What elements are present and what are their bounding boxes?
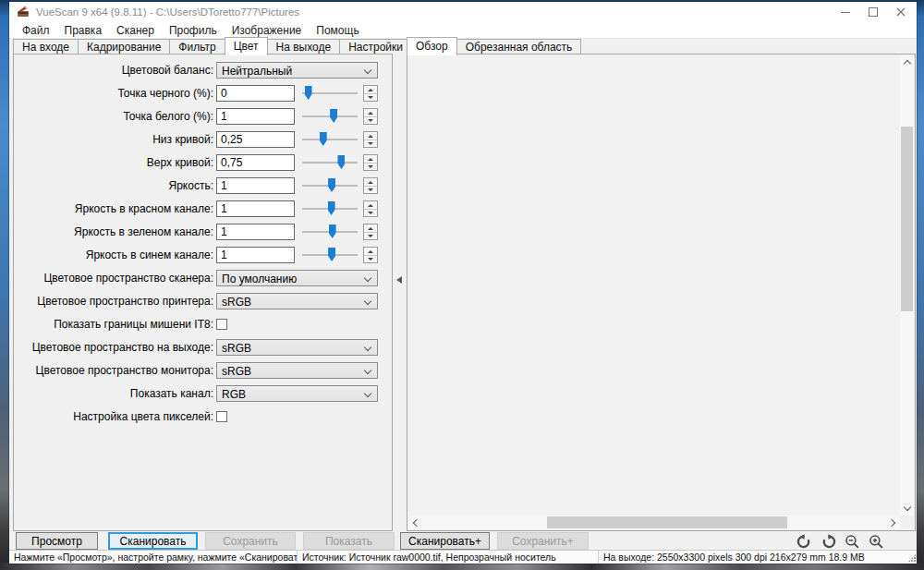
value-input[interactable] <box>216 177 295 194</box>
chevron-down-icon <box>364 274 371 282</box>
slider-thumb[interactable] <box>330 109 337 123</box>
menu-item[interactable]: Помощь <box>309 24 366 37</box>
form-row: Цветовое пространство монитора:sRGB <box>14 362 392 381</box>
splitter-collapse-arrow[interactable] <box>396 276 402 284</box>
preview-button[interactable]: Просмотр <box>16 532 98 550</box>
slider[interactable] <box>302 154 358 171</box>
spinner-down-button[interactable] <box>364 93 377 101</box>
spinner-down-button[interactable] <box>364 139 377 147</box>
app-window: VueScan 9 x64 (9.8.11) - C:\Users\DToret… <box>9 2 917 564</box>
slider[interactable] <box>302 224 358 240</box>
dropdown[interactable]: Нейтральный <box>216 62 378 79</box>
spinner[interactable] <box>363 247 378 263</box>
slider[interactable] <box>302 200 358 217</box>
field-control <box>216 177 378 194</box>
checkbox[interactable] <box>216 411 227 422</box>
dropdown[interactable]: sRGB <box>216 362 378 379</box>
maximize-icon <box>869 7 878 17</box>
horizontal-scroll-thumb[interactable] <box>547 516 787 528</box>
field-control <box>216 408 378 425</box>
spinner-down-button[interactable] <box>364 232 377 239</box>
value-input[interactable] <box>216 200 295 217</box>
scroll-left-button[interactable] <box>408 515 422 529</box>
value-input[interactable] <box>216 224 295 240</box>
zoom-in-button[interactable] <box>867 532 885 551</box>
menu-item[interactable]: Правка <box>57 24 110 37</box>
dropdown[interactable]: sRGB <box>216 339 378 356</box>
value-input[interactable] <box>216 85 295 102</box>
slider-thumb[interactable] <box>328 201 335 215</box>
save-button: Сохранить <box>205 532 296 550</box>
vertical-scrollbar[interactable] <box>900 55 914 515</box>
minimize-button[interactable] <box>832 2 859 22</box>
field-control: По умолчанию <box>216 270 378 286</box>
close-icon <box>896 7 906 17</box>
slider[interactable] <box>302 247 358 263</box>
field-label: Цветовое пространство принтера: <box>14 295 213 308</box>
spinner-down-button[interactable] <box>364 255 377 262</box>
slider[interactable] <box>302 85 358 102</box>
spinner-down-button[interactable] <box>364 116 377 124</box>
checkbox[interactable] <box>216 319 227 330</box>
spinner-down-button[interactable] <box>364 186 377 193</box>
spinner[interactable] <box>363 200 378 217</box>
tab-цвет[interactable]: Цвет <box>225 37 268 55</box>
slider[interactable] <box>302 177 358 194</box>
slider-thumb[interactable] <box>337 155 345 169</box>
triangle-up-icon <box>368 227 373 230</box>
scroll-up-button[interactable] <box>900 55 914 69</box>
field-control <box>216 85 378 102</box>
value-input[interactable] <box>216 154 295 171</box>
chevron-down-icon <box>364 390 371 397</box>
app-icon[interactable] <box>17 6 30 18</box>
slider-thumb[interactable] <box>329 224 336 238</box>
value-input[interactable] <box>216 131 295 148</box>
menu-item[interactable]: Файл <box>15 24 57 37</box>
field-control <box>216 131 378 148</box>
rotate-right-button[interactable] <box>819 532 837 551</box>
scroll-down-button[interactable] <box>900 502 914 515</box>
dropdown[interactable]: sRGB <box>216 293 378 309</box>
preview-area <box>408 55 900 515</box>
triangle-down-icon <box>368 235 373 237</box>
desktop: VueScan 9 x64 (9.8.11) - C:\Users\DToret… <box>0 0 924 570</box>
horizontal-scrollbar[interactable] <box>408 515 900 529</box>
form-row: Верх кривой: <box>14 154 392 173</box>
menu-item[interactable]: Сканер <box>109 24 162 37</box>
spinner[interactable] <box>363 224 378 240</box>
vertical-scroll-thumb[interactable] <box>901 127 913 311</box>
scan-plus-button[interactable]: Сканировать+ <box>400 532 490 550</box>
zoom-out-button[interactable] <box>843 532 861 551</box>
value-input[interactable] <box>216 247 295 263</box>
maximize-button[interactable] <box>859 2 887 22</box>
value-input[interactable] <box>216 108 295 125</box>
spinner[interactable] <box>363 131 378 148</box>
slider[interactable] <box>302 108 358 125</box>
close-button[interactable] <box>887 2 915 22</box>
triangle-down-icon <box>368 188 373 191</box>
spinner-down-button[interactable] <box>364 209 377 216</box>
slider-thumb[interactable] <box>328 178 335 192</box>
tab-обзор[interactable]: Обзор <box>407 37 457 55</box>
rotate-left-button[interactable] <box>795 532 813 551</box>
spinner[interactable] <box>363 108 378 125</box>
field-label: Низ кривой: <box>14 133 213 146</box>
spinner[interactable] <box>363 154 378 171</box>
menu-item[interactable]: Изображение <box>225 24 310 37</box>
field-control <box>216 247 378 263</box>
spinner[interactable] <box>363 177 378 194</box>
chevron-up-icon <box>903 60 910 67</box>
field-control: RGB <box>216 385 378 402</box>
scroll-right-button[interactable] <box>886 515 900 529</box>
field-label: Настройка цвета пикселей: <box>14 410 213 423</box>
scan-button[interactable]: Сканировать <box>108 532 198 550</box>
slider-thumb[interactable] <box>320 132 327 146</box>
slider-thumb[interactable] <box>328 248 335 261</box>
spinner[interactable] <box>363 85 378 102</box>
slider-thumb[interactable] <box>305 86 312 100</box>
spinner-down-button[interactable] <box>364 163 377 170</box>
slider[interactable] <box>302 131 358 148</box>
dropdown[interactable]: По умолчанию <box>216 270 378 286</box>
dropdown[interactable]: RGB <box>216 385 378 402</box>
menu-item[interactable]: Профиль <box>162 24 225 37</box>
